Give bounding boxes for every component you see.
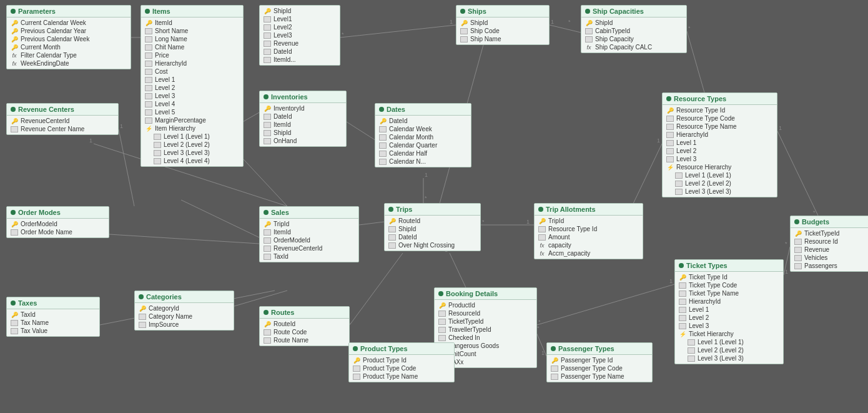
table-row: OnHand bbox=[260, 137, 346, 145]
table-row: Level 2 (Level 2) bbox=[675, 346, 783, 354]
table-row: Level 2 bbox=[141, 84, 243, 92]
field-icon bbox=[666, 148, 674, 154]
svg-text:1: 1 bbox=[551, 19, 554, 25]
field-name: Passenger Type Code bbox=[561, 365, 623, 372]
field-name: OrderModeId bbox=[21, 221, 57, 227]
table-row: Route Code bbox=[260, 328, 349, 336]
table-row: Price bbox=[141, 51, 243, 59]
field-icon bbox=[264, 16, 271, 22]
calc-icon: fx bbox=[11, 61, 18, 67]
table-title: Categories bbox=[146, 293, 182, 301]
table-body-ship_capacities: 🔑ShipIdCabinTypeIdShip CapacityfxShip Ca… bbox=[581, 17, 686, 52]
field-name: DateId bbox=[274, 48, 292, 55]
table-row: Calendar Week bbox=[375, 125, 471, 133]
table-order_modes: Order Modes🔑OrderModeIdOrder Mode Name bbox=[6, 206, 109, 238]
field-name: Previous Calendar Week bbox=[21, 36, 89, 42]
key-icon: 🔑 bbox=[264, 321, 271, 327]
table-routes: Routes🔑RouteIdRoute CodeRoute Name bbox=[259, 306, 350, 346]
table-sales: Sales🔑TripIdItemIdOrderModeIdRevenueCent… bbox=[259, 206, 359, 262]
field-icon bbox=[154, 150, 161, 156]
field-icon bbox=[679, 307, 686, 313]
field-name: Level 2 bbox=[155, 84, 175, 91]
table-row: Passenger Type Code bbox=[547, 364, 652, 372]
header-icon bbox=[145, 9, 150, 14]
field-name: Calendar N... bbox=[389, 158, 426, 165]
table-row: Passengers bbox=[791, 262, 868, 270]
table-row: 🔑Previous Calendar Year bbox=[7, 27, 131, 35]
table-row: ImpSource bbox=[135, 321, 234, 329]
field-icon bbox=[438, 327, 446, 333]
table-row: Level 1 (Level 1) bbox=[663, 171, 777, 179]
table-body-product_types: 🔑Product Type IdProduct Type CodeProduct… bbox=[349, 355, 454, 382]
field-icon bbox=[794, 255, 802, 261]
table-row: 🔑Ticket Type Id bbox=[675, 273, 783, 281]
field-name: InventoryId bbox=[274, 105, 304, 112]
table-row: TaxId bbox=[260, 252, 358, 261]
header-icon bbox=[139, 294, 144, 299]
table-row: Level3 bbox=[260, 31, 340, 39]
table-header-passenger_types: Passenger Types bbox=[547, 343, 652, 355]
table-body-sales: 🔑TripIdItemIdOrderModeIdRevenueCenterIdT… bbox=[260, 219, 358, 262]
table-row: Revenue Center Name bbox=[7, 125, 118, 133]
header-icon bbox=[538, 207, 543, 212]
table-row: Calendar Half bbox=[375, 149, 471, 157]
svg-text:1: 1 bbox=[120, 123, 123, 129]
key-icon: 🔑 bbox=[11, 221, 18, 227]
field-name: Over Night Crossing bbox=[398, 242, 455, 249]
table-header-revenue_centers: Revenue Centers bbox=[7, 104, 118, 116]
field-icon bbox=[264, 24, 271, 31]
field-icon bbox=[264, 329, 271, 336]
table-body-trip_allotments: 🔑TripIdResource Type IdAmountfxcapacityf… bbox=[535, 216, 643, 259]
field-icon bbox=[154, 134, 161, 140]
table-header-trip_allotments: Trip Allotments bbox=[535, 204, 643, 216]
field-name: Ticket Type Name bbox=[689, 290, 739, 297]
key-icon: 🔑 bbox=[353, 357, 360, 364]
field-name: Resource Hierarchy bbox=[676, 164, 731, 171]
field-name: Ship Name bbox=[470, 36, 501, 42]
field-name: Level2 bbox=[274, 24, 292, 31]
table-row: TravellerTypeId bbox=[435, 326, 536, 334]
table-body-inventories: 🔑InventoryIdDateIdItemIdShipIdOnHand bbox=[260, 103, 346, 146]
table-body-budgets: 🔑TicketTypeIdResource IdRevenueVehiclesP… bbox=[791, 228, 868, 271]
table-title: Budgets bbox=[802, 218, 829, 226]
table-body-order_modes: 🔑OrderModeIdOrder Mode Name bbox=[7, 219, 109, 237]
table-row: OrderModeId bbox=[260, 236, 358, 244]
field-icon bbox=[794, 239, 802, 245]
table-row: Level 4 (Level 4) bbox=[141, 157, 243, 165]
hier-icon: ⚡ bbox=[666, 164, 674, 171]
table-row: Calendar N... bbox=[375, 157, 471, 166]
field-icon bbox=[11, 229, 18, 236]
table-row: Vehicles bbox=[791, 254, 868, 262]
table-row: 🔑TaxId bbox=[7, 311, 99, 319]
table-title: Trip Allotments bbox=[546, 206, 596, 213]
table-ticket_types: Ticket Types🔑Ticket Type IdTicket Type C… bbox=[674, 259, 784, 364]
key-icon: 🔑 bbox=[666, 107, 674, 114]
field-icon bbox=[538, 234, 546, 241]
svg-text:*: * bbox=[785, 241, 787, 247]
table-product_types: Product Types🔑Product Type IdProduct Typ… bbox=[348, 342, 455, 382]
key-icon: 🔑 bbox=[551, 357, 558, 364]
table-row: DateId bbox=[260, 47, 340, 56]
table-row: ShipId bbox=[260, 129, 346, 137]
table-resource_types: Resource Types🔑Resource Type IdResource … bbox=[662, 92, 777, 197]
table-title: Trips bbox=[396, 206, 412, 213]
key-icon: 🔑 bbox=[264, 106, 271, 112]
table-categories: Categories🔑CategoryIdCategory NameImpSou… bbox=[134, 291, 234, 331]
field-name: Previous Calendar Year bbox=[21, 27, 86, 34]
field-icon bbox=[379, 134, 387, 141]
table-row: Over Night Crossing bbox=[385, 241, 480, 249]
table-row: 🔑OrderModeId bbox=[7, 220, 109, 228]
svg-text:*: * bbox=[538, 319, 541, 325]
field-name: Resource Type Name bbox=[676, 123, 737, 130]
table-row: Level 1 (Level 1) bbox=[141, 132, 243, 141]
field-icon bbox=[379, 142, 387, 149]
table-row: CabinTypeId bbox=[581, 27, 686, 35]
table-row: Level 4 bbox=[141, 100, 243, 108]
field-name: Item Hierarchy bbox=[155, 125, 195, 132]
key-icon: 🔑 bbox=[11, 312, 18, 318]
field-name: Itemld... bbox=[274, 56, 296, 63]
table-title: Ships bbox=[468, 7, 486, 15]
field-name: Level 2 bbox=[676, 147, 696, 154]
field-name: Ship Capacity CALC bbox=[595, 44, 652, 51]
table-title: Parameters bbox=[18, 7, 56, 15]
